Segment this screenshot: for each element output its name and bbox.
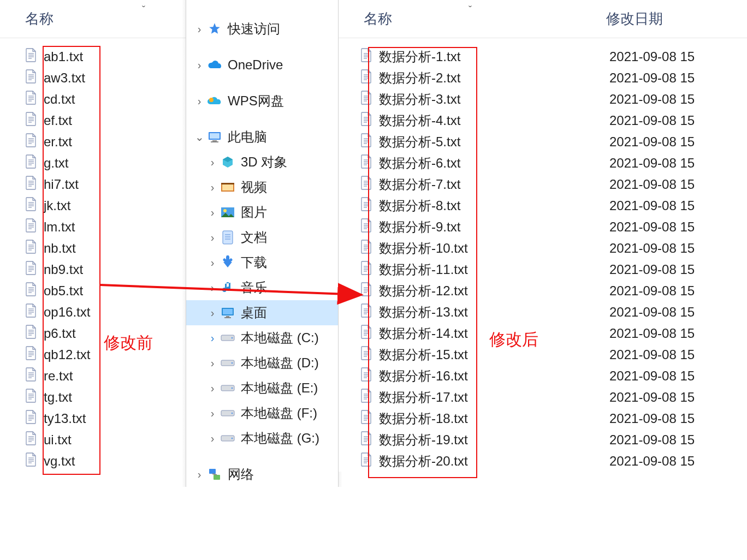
file-name: nb9.txt bbox=[44, 262, 83, 277]
expand-chevron-icon[interactable]: ⌄ bbox=[192, 130, 207, 144]
file-row[interactable]: vg.txt bbox=[0, 450, 186, 472]
file-row[interactable]: 数据分析-4.txt 2021-09-08 15 bbox=[339, 110, 747, 131]
file-row[interactable]: 数据分析-7.txt 2021-09-08 15 bbox=[339, 174, 747, 195]
file-name: p6.txt bbox=[44, 326, 76, 341]
expand-chevron-icon[interactable]: › bbox=[205, 156, 220, 169]
file-row[interactable]: qb12.txt bbox=[0, 344, 186, 365]
file-row[interactable]: jk.txt bbox=[0, 195, 186, 216]
nav-item-pictures[interactable]: › 图片 bbox=[186, 200, 338, 225]
sort-indicator-icon[interactable]: ˇ bbox=[142, 4, 145, 16]
file-row[interactable]: 数据分析-9.txt 2021-09-08 15 bbox=[339, 216, 747, 237]
file-row[interactable]: 数据分析-3.txt 2021-09-08 15 bbox=[339, 88, 747, 110]
expand-chevron-icon[interactable]: › bbox=[205, 382, 220, 395]
file-row[interactable]: er.txt bbox=[0, 131, 186, 152]
file-row[interactable]: ef.txt bbox=[0, 110, 186, 131]
file-row[interactable]: 数据分析-18.txt 2021-09-08 15 bbox=[339, 408, 747, 429]
expand-chevron-icon[interactable]: › bbox=[205, 231, 220, 244]
nav-item-documents[interactable]: › 文档 bbox=[186, 225, 338, 250]
file-row[interactable]: tg.txt bbox=[0, 386, 186, 408]
file-name: ef.txt bbox=[44, 113, 72, 128]
expand-chevron-icon[interactable]: › bbox=[205, 407, 220, 420]
file-row[interactable]: g.txt bbox=[0, 152, 186, 174]
file-row[interactable]: hi7.txt bbox=[0, 174, 186, 195]
expand-chevron-icon[interactable]: › bbox=[192, 59, 207, 72]
nav-item-quickaccess[interactable]: › 快速访问 bbox=[186, 16, 338, 41]
nav-item-desktop[interactable]: › 桌面 bbox=[186, 300, 338, 325]
file-name: 数据分析-18.txt bbox=[379, 410, 468, 427]
file-row[interactable]: p6.txt bbox=[0, 323, 186, 344]
nav-item-label: 本地磁盘 (C:) bbox=[241, 329, 319, 347]
file-row[interactable]: ui.txt bbox=[0, 429, 186, 450]
column-header-name[interactable]: 名称 bbox=[0, 9, 54, 28]
file-row[interactable]: 数据分析-16.txt 2021-09-08 15 bbox=[339, 365, 747, 386]
file-name: ob5.txt bbox=[44, 283, 83, 299]
file-row[interactable]: ob5.txt bbox=[0, 280, 186, 301]
nav-item-wps[interactable]: › WPS网盘 bbox=[186, 88, 338, 114]
file-row[interactable]: 数据分析-1.txt 2021-09-08 15 bbox=[339, 46, 747, 67]
nav-item-network[interactable]: › 网络 bbox=[186, 462, 338, 487]
nav-item-video[interactable]: › 视频 bbox=[186, 175, 338, 200]
nav-tree: › 快速访问› OneDrive› WPS网盘⌄ 此电脑› 3D 对象› 视频›… bbox=[186, 0, 338, 487]
file-row[interactable]: 数据分析-11.txt 2021-09-08 15 bbox=[339, 259, 747, 280]
expand-chevron-icon[interactable]: › bbox=[205, 307, 220, 319]
file-row[interactable]: 数据分析-8.txt 2021-09-08 15 bbox=[339, 195, 747, 216]
file-row[interactable]: 数据分析-14.txt 2021-09-08 15 bbox=[339, 323, 747, 344]
nav-item-drive[interactable]: › 本地磁盘 (G:) bbox=[186, 426, 338, 451]
file-row[interactable]: 数据分析-19.txt 2021-09-08 15 bbox=[339, 429, 747, 450]
expand-chevron-icon[interactable]: › bbox=[205, 257, 220, 269]
nav-item-downloads[interactable]: › 下载 bbox=[186, 250, 338, 275]
nav-item-3d[interactable]: › 3D 对象 bbox=[186, 150, 338, 175]
expand-chevron-icon[interactable]: › bbox=[192, 95, 207, 108]
svg-rect-84 bbox=[211, 141, 218, 142]
file-row[interactable]: nb9.txt bbox=[0, 259, 186, 280]
file-row[interactable]: aw3.txt bbox=[0, 67, 186, 88]
nav-item-thispc[interactable]: ⌄ 此电脑 bbox=[186, 124, 338, 150]
text-file-icon bbox=[25, 367, 44, 385]
expand-chevron-icon[interactable]: › bbox=[192, 468, 207, 481]
column-header-name[interactable]: 名称 bbox=[339, 9, 392, 28]
file-row[interactable]: 数据分析-6.txt 2021-09-08 15 bbox=[339, 152, 747, 174]
nav-item-drive[interactable]: › 本地磁盘 (E:) bbox=[186, 376, 338, 401]
text-file-icon bbox=[25, 218, 44, 236]
file-row[interactable]: 数据分析-17.txt 2021-09-08 15 bbox=[339, 386, 747, 408]
text-file-icon bbox=[360, 197, 379, 215]
file-row[interactable]: cd.txt bbox=[0, 88, 186, 110]
file-row[interactable]: 数据分析-13.txt 2021-09-08 15 bbox=[339, 301, 747, 323]
column-header-date[interactable]: 修改日期 bbox=[606, 9, 663, 28]
expand-chevron-icon[interactable]: › bbox=[205, 432, 220, 445]
file-row[interactable]: lm.txt bbox=[0, 216, 186, 237]
svg-point-103 bbox=[232, 388, 233, 389]
file-name: 数据分析-1.txt bbox=[379, 48, 460, 65]
file-name: re.txt bbox=[44, 368, 73, 384]
nav-item-drive[interactable]: › 本地磁盘 (C:) bbox=[186, 325, 338, 350]
file-name: er.txt bbox=[44, 134, 72, 150]
file-row[interactable]: 数据分析-20.txt 2021-09-08 15 bbox=[339, 450, 747, 472]
nav-item-onedrive[interactable]: › OneDrive bbox=[186, 52, 338, 78]
expand-chevron-icon[interactable]: › bbox=[205, 181, 220, 194]
nav-item-drive[interactable]: › 本地磁盘 (D:) bbox=[186, 350, 338, 376]
expand-chevron-icon[interactable]: › bbox=[205, 357, 220, 370]
text-file-icon bbox=[360, 452, 379, 470]
text-file-icon bbox=[360, 261, 379, 278]
text-file-icon bbox=[25, 303, 44, 321]
file-row[interactable]: 数据分析-5.txt 2021-09-08 15 bbox=[339, 131, 747, 152]
file-name: 数据分析-9.txt bbox=[379, 218, 460, 236]
file-row[interactable]: 数据分析-10.txt 2021-09-08 15 bbox=[339, 237, 747, 259]
svg-point-101 bbox=[232, 362, 233, 364]
file-row[interactable]: 数据分析-2.txt 2021-09-08 15 bbox=[339, 67, 747, 88]
file-row[interactable]: nb.txt bbox=[0, 237, 186, 259]
sort-indicator-icon[interactable]: ˇ bbox=[469, 4, 472, 16]
file-row[interactable]: ab1.txt bbox=[0, 46, 186, 67]
file-row[interactable]: ty13.txt bbox=[0, 408, 186, 429]
nav-item-music[interactable]: › 音乐 bbox=[186, 275, 338, 300]
expand-chevron-icon[interactable]: › bbox=[205, 332, 220, 344]
file-row[interactable]: re.txt bbox=[0, 365, 186, 386]
svg-point-107 bbox=[232, 438, 233, 439]
file-row[interactable]: op16.txt bbox=[0, 301, 186, 323]
nav-item-drive[interactable]: › 本地磁盘 (F:) bbox=[186, 401, 338, 426]
expand-chevron-icon[interactable]: › bbox=[192, 23, 207, 35]
file-row[interactable]: 数据分析-15.txt 2021-09-08 15 bbox=[339, 344, 747, 365]
expand-chevron-icon[interactable]: › bbox=[205, 282, 220, 294]
expand-chevron-icon[interactable]: › bbox=[205, 206, 220, 219]
file-row[interactable]: 数据分析-12.txt 2021-09-08 15 bbox=[339, 280, 747, 301]
